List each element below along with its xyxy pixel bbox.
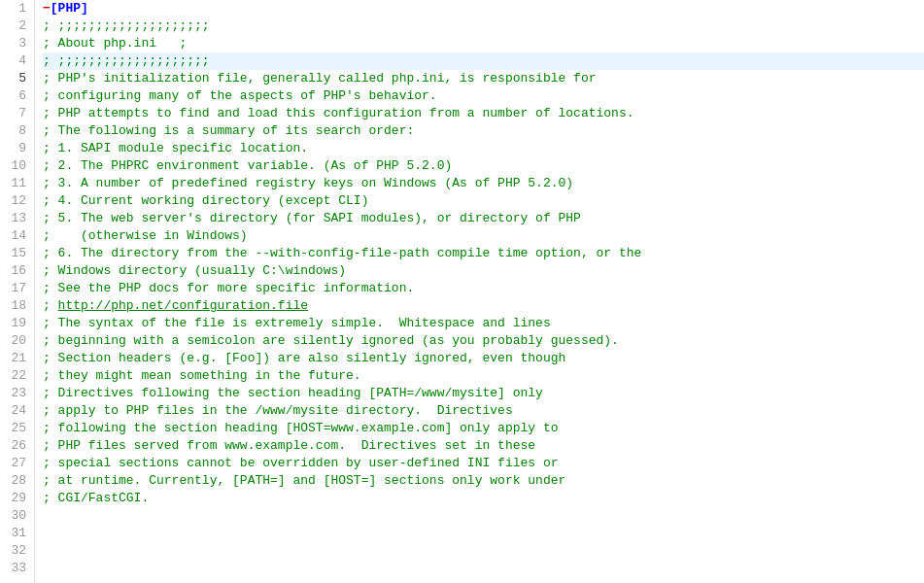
line-number-15: 15 <box>4 245 26 262</box>
line-number-32: 32 <box>4 542 26 560</box>
line-number-31: 31 <box>4 525 26 542</box>
line-number-21: 21 <box>4 350 26 367</box>
code-content[interactable]: −[PHP]; ;;;;;;;;;;;;;;;;;;;;; About php.… <box>35 0 924 583</box>
line-number-33: 33 <box>4 560 26 577</box>
comment-text: ; at runtime. Currently, [PATH=] and [HO… <box>43 473 565 488</box>
code-line-28: ; apply to PHP files in the /www/mysite … <box>43 402 924 420</box>
line-number-8: 8 <box>4 122 26 140</box>
line-number-13: 13 <box>4 210 26 227</box>
line-number-10: 10 <box>4 157 26 175</box>
code-line-12: ; 2. The PHPRC environment variable. (As… <box>43 157 924 175</box>
comment-text: ; 5. The web server's directory (for SAP… <box>43 211 581 225</box>
line-number-25: 25 <box>4 420 26 437</box>
code-line-3: ; ;;;;;;;;;;;;;;;;;;;; <box>43 17 924 35</box>
comment-text: ; 4. Current working directory (except C… <box>43 193 368 208</box>
code-line-22: ; The syntax of the file is extremely si… <box>43 315 924 332</box>
comment-text: ; (otherwise in Windows) <box>43 228 248 243</box>
code-line-19: ; See the PHP docs for more specific inf… <box>43 280 924 297</box>
comment-text: ; http://php.net/configuration.file <box>43 298 308 313</box>
comment-text: ; Windows directory (usually C:\windows) <box>43 263 346 278</box>
comment-text: ; special sections cannot be overridden … <box>43 456 559 470</box>
comment-text: ; The following is a summary of its sear… <box>43 123 414 138</box>
comment-text: ; CGI/FastCGI. <box>43 491 149 505</box>
comment-text: ; PHP attempts to find and load this con… <box>43 106 634 120</box>
code-line-9: ; PHP attempts to find and load this con… <box>43 105 924 122</box>
code-line-32: ; at runtime. Currently, [PATH=] and [HO… <box>43 472 924 490</box>
line-number-3: 3 <box>4 35 26 52</box>
code-line-20: ; http://php.net/configuration.file <box>43 297 924 315</box>
code-line-24: ; Section headers (e.g. [Foo]) are also … <box>43 350 924 367</box>
line-number-11: 11 <box>4 175 26 192</box>
line-number-4: 4 <box>4 52 26 70</box>
line-number-29: 29 <box>4 490 26 507</box>
comment-text: ; 2. The PHPRC environment variable. (As… <box>43 158 452 173</box>
line-number-2: 2 <box>4 17 26 35</box>
line-number-17: 17 <box>4 280 26 297</box>
code-line-1: −[PHP] <box>43 0 924 17</box>
code-line-7: ; configuring many of the aspects of PHP… <box>43 87 924 105</box>
code-line-13: ; 3. A number of predefined registry key… <box>43 175 924 192</box>
line-number-5: 5 <box>4 70 26 87</box>
config-link[interactable]: http://php.net/configuration.file <box>58 298 308 313</box>
line-number-19: 19 <box>4 315 26 332</box>
comment-text: ; following the section heading [HOST=ww… <box>43 421 559 435</box>
line-number-22: 22 <box>4 367 26 385</box>
comment-text: ; beginning with a semicolon are silentl… <box>43 333 619 348</box>
comment-text: ; they might mean something in the futur… <box>43 368 361 383</box>
code-line-18: ; Windows directory (usually C:\windows) <box>43 262 924 280</box>
code-line-11: ; 1. SAPI module specific location. <box>43 140 924 157</box>
comment-text: ; 3. A number of predefined registry key… <box>43 176 573 190</box>
code-line-33: ; CGI/FastCGI. <box>43 490 924 507</box>
code-line-14: ; 4. Current working directory (except C… <box>43 192 924 210</box>
line-number-18: 18 <box>4 297 26 315</box>
line-number-1: 1 <box>4 0 26 17</box>
comment-text: ; PHP's initialization file, generally c… <box>43 71 597 86</box>
line-number-27: 27 <box>4 455 26 472</box>
comment-text: ; See the PHP docs for more specific inf… <box>43 281 414 295</box>
code-line-27: ; Directives following the section headi… <box>43 385 924 402</box>
code-line-16: ; (otherwise in Windows) <box>43 227 924 245</box>
code-line-5: ; ;;;;;;;;;;;;;;;;;;;; <box>43 52 924 70</box>
line-number-20: 20 <box>4 332 26 350</box>
line-number-30: 30 <box>4 507 26 525</box>
line-number-23: 23 <box>4 385 26 402</box>
comment-text: ; About php.ini ; <box>43 36 187 51</box>
comment-text: ; ;;;;;;;;;;;;;;;;;;;; <box>43 18 210 33</box>
comment-text: ; 1. SAPI module specific location. <box>43 141 308 155</box>
comment-text: ; 6. The directory from the --with-confi… <box>43 246 641 260</box>
comment-text: ; Section headers (e.g. [Foo]) are also … <box>43 351 565 365</box>
code-line-15: ; 5. The web server's directory (for SAP… <box>43 210 924 227</box>
line-number-28: 28 <box>4 472 26 490</box>
line-number-12: 12 <box>4 192 26 210</box>
line-number-7: 7 <box>4 105 26 122</box>
section-label: [PHP] <box>51 0 88 17</box>
code-line-31: ; special sections cannot be overridden … <box>43 455 924 472</box>
line-number-26: 26 <box>4 437 26 455</box>
line-number-9: 9 <box>4 140 26 157</box>
code-line-10: ; The following is a summary of its sear… <box>43 122 924 140</box>
comment-text: ; apply to PHP files in the /www/mysite … <box>43 403 513 418</box>
comment-text: ; Directives following the section headi… <box>43 386 543 400</box>
comment-text: ; PHP files served from www.example.com.… <box>43 438 535 453</box>
code-line-6: ; PHP's initialization file, generally c… <box>43 70 924 87</box>
comment-text: ; configuring many of the aspects of PHP… <box>43 88 437 103</box>
code-line-17: ; 6. The directory from the --with-confi… <box>43 245 924 262</box>
code-editor: 1234567891011121314151617181920212223242… <box>0 0 924 583</box>
line-number-gutter: 1234567891011121314151617181920212223242… <box>0 0 35 583</box>
minus-icon: − <box>43 0 51 17</box>
line-number-16: 16 <box>4 262 26 280</box>
code-line-30: ; PHP files served from www.example.com.… <box>43 437 924 455</box>
code-line-25: ; they might mean something in the futur… <box>43 367 924 385</box>
line-number-24: 24 <box>4 402 26 420</box>
code-line-4: ; About php.ini ; <box>43 35 924 52</box>
line-number-6: 6 <box>4 87 26 105</box>
code-line-29: ; following the section heading [HOST=ww… <box>43 420 924 437</box>
line-number-14: 14 <box>4 227 26 245</box>
comment-text: ; The syntax of the file is extremely si… <box>43 316 551 330</box>
code-line-23: ; beginning with a semicolon are silentl… <box>43 332 924 350</box>
comment-text: ; ;;;;;;;;;;;;;;;;;;;; <box>43 53 210 68</box>
